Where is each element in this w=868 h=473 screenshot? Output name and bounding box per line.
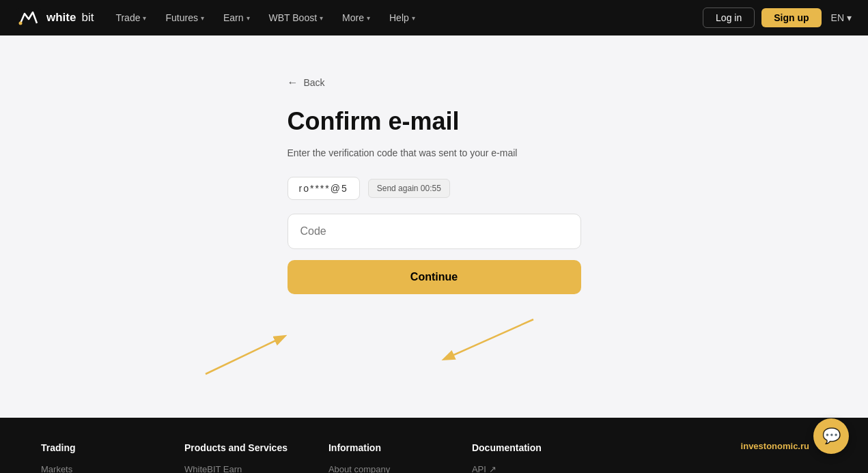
lang-label: EN xyxy=(831,12,844,23)
svg-line-4 xyxy=(206,336,284,374)
footer-col-documentation: Documentation API ↗ xyxy=(472,442,574,473)
footer: Trading Markets Products and Services Wh… xyxy=(0,418,868,473)
nav-more-label: More xyxy=(342,12,364,23)
footer-col-products-title: Products and Services xyxy=(184,442,288,453)
chevron-down-icon: ▾ xyxy=(320,14,323,22)
chevron-down-icon: ▾ xyxy=(367,14,370,22)
footer-col-products: Products and Services WhiteBIT Earn xyxy=(184,442,288,473)
masked-email-row: ro****@5 Send again 00:55 xyxy=(288,177,581,200)
nav-item-wbt-boost[interactable]: WBT Boost ▾ xyxy=(261,8,332,27)
footer-col-trading-title: Trading xyxy=(41,442,143,453)
footer-link-about[interactable]: About company xyxy=(328,464,431,473)
nav-items: Trade ▾ Futures ▾ Earn ▾ WBT Boost ▾ Mor… xyxy=(107,8,703,27)
logo-light-text: bit xyxy=(81,11,94,25)
logo-bold-text: white xyxy=(46,11,76,25)
masked-email-display: ro****@5 xyxy=(288,177,360,200)
logo[interactable]: whitebit xyxy=(16,8,94,27)
chevron-down-icon: ▾ xyxy=(247,14,250,22)
main-content: ← Back Confirm e-mail Enter the verifica… xyxy=(0,35,868,418)
chevron-down-icon: ▾ xyxy=(847,12,852,23)
footer-col-trading: Trading Markets xyxy=(41,442,143,473)
signup-button[interactable]: Sign up xyxy=(761,8,821,27)
nav-futures-label: Futures xyxy=(165,12,197,23)
login-button[interactable]: Log in xyxy=(703,8,755,28)
annotation-arrows xyxy=(151,285,588,395)
back-link[interactable]: ← Back xyxy=(288,76,325,89)
footer-col-information: Information About company xyxy=(328,442,431,473)
chevron-down-icon: ▾ xyxy=(143,14,146,22)
navbar-right: Log in Sign up EN ▾ xyxy=(703,8,852,28)
footer-col-information-title: Information xyxy=(328,442,431,453)
chevron-down-icon: ▾ xyxy=(412,14,415,22)
nav-item-more[interactable]: More ▾ xyxy=(334,8,378,27)
chat-icon: 💬 xyxy=(822,427,841,445)
continue-button[interactable]: Continue xyxy=(288,260,581,294)
send-again-button[interactable]: Send again 00:55 xyxy=(368,179,450,198)
nav-help-label: Help xyxy=(389,12,409,23)
nav-earn-label: Earn xyxy=(223,12,244,23)
footer-link-api[interactable]: API ↗ xyxy=(472,464,574,473)
nav-item-futures[interactable]: Futures ▾ xyxy=(157,8,212,27)
watermark: investonomic.ru xyxy=(741,441,809,451)
page-title: Confirm e-mail xyxy=(288,108,581,135)
nav-item-trade[interactable]: Trade ▾ xyxy=(107,8,154,27)
svg-line-5 xyxy=(445,319,533,359)
footer-col-documentation-title: Documentation xyxy=(472,442,574,453)
chevron-down-icon: ▾ xyxy=(201,14,204,22)
nav-trade-label: Trade xyxy=(115,12,140,23)
nav-item-earn[interactable]: Earn ▾ xyxy=(215,8,258,27)
nav-wbt-label: WBT Boost xyxy=(269,12,318,23)
chat-button[interactable]: 💬 xyxy=(813,418,849,454)
back-arrow-icon: ← xyxy=(288,76,298,89)
code-input[interactable] xyxy=(288,214,581,249)
back-label: Back xyxy=(304,77,325,88)
subtitle: Enter the verification code that was sen… xyxy=(288,146,581,160)
svg-point-1 xyxy=(19,22,23,25)
form-container: Confirm e-mail Enter the verification co… xyxy=(288,108,581,294)
language-selector[interactable]: EN ▾ xyxy=(831,12,852,23)
footer-link-whitebit-earn[interactable]: WhiteBIT Earn xyxy=(184,464,288,473)
nav-item-help[interactable]: Help ▾ xyxy=(381,8,423,27)
footer-link-markets[interactable]: Markets xyxy=(41,464,143,473)
navbar: whitebit Trade ▾ Futures ▾ Earn ▾ WBT Bo… xyxy=(0,0,868,35)
